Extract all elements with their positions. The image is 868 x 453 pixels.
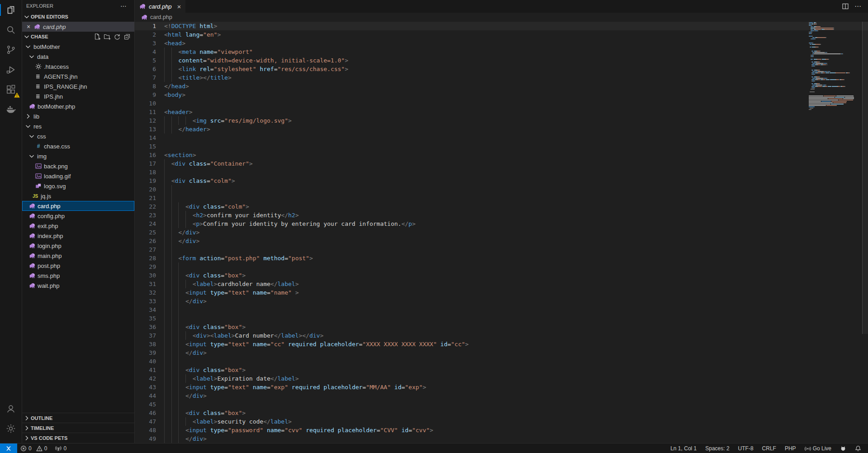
activity-search-button[interactable] <box>0 20 22 40</box>
line-number[interactable]: 32 <box>135 288 156 297</box>
tree-item-img[interactable]: img <box>22 151 134 161</box>
new-folder-icon[interactable] <box>104 33 111 40</box>
status-go-live[interactable]: Go Live <box>805 445 831 452</box>
split-editor-icon[interactable] <box>842 3 849 10</box>
collapse-all-icon[interactable] <box>123 33 131 40</box>
line-number[interactable]: 20 <box>135 185 156 194</box>
breadcrumb[interactable]: card.php <box>135 13 868 22</box>
status-eol[interactable]: CRLF <box>762 445 776 452</box>
tree-item-main.php[interactable]: main.php <box>22 251 134 261</box>
line-number[interactable]: 26 <box>135 237 156 245</box>
tree-item-chase.css[interactable]: #chase.css <box>22 141 134 151</box>
tree-item-card.php[interactable]: card.php <box>22 201 134 211</box>
line-number[interactable]: 29 <box>135 262 156 271</box>
tree-item-logo.svg[interactable]: logo.svg <box>22 181 134 191</box>
line-number[interactable]: 40 <box>135 357 156 366</box>
line-number[interactable]: 28 <box>135 254 156 262</box>
tree-item-index.php[interactable]: index.php <box>22 231 134 241</box>
code-line-46[interactable]: 46 <div class="box"> <box>135 409 868 417</box>
activity-account-button[interactable] <box>0 399 22 419</box>
code-line-27[interactable]: 27 <box>135 245 868 254</box>
code-line-16[interactable]: 16<section> <box>135 151 868 159</box>
tree-item-IPS.jhn[interactable]: IPS.jhn <box>22 91 134 101</box>
code-line-42[interactable]: 42 <label>Expiration date</label> <box>135 374 868 383</box>
code-line-2[interactable]: 2<html lang="en"> <box>135 30 868 39</box>
code-line-12[interactable]: 12 <img src="res/img/logo.svg"> <box>135 116 868 125</box>
line-number[interactable]: 14 <box>135 134 156 142</box>
line-number[interactable]: 48 <box>135 426 156 434</box>
line-number[interactable]: 5 <box>135 56 156 65</box>
code-line-6[interactable]: 6 <link rel="stylesheet" href="res/css/c… <box>135 65 868 73</box>
activity-docker-button[interactable] <box>0 100 22 119</box>
line-number[interactable]: 9 <box>135 91 156 99</box>
tree-item-login.php[interactable]: login.php <box>22 241 134 251</box>
minimap[interactable] <box>809 22 862 443</box>
editor-more-actions-icon[interactable]: ⋯ <box>854 2 862 10</box>
code-line-8[interactable]: 8</head> <box>135 82 868 91</box>
line-number[interactable]: 19 <box>135 176 156 185</box>
status-ports[interactable]: 0 <box>55 445 66 452</box>
tree-item-jq.js[interactable]: JSjq.js <box>22 191 134 201</box>
line-number[interactable]: 39 <box>135 348 156 357</box>
line-number[interactable]: 18 <box>135 168 156 176</box>
tree-item-post.php[interactable]: post.php <box>22 261 134 271</box>
code-line-5[interactable]: 5 content="width=device-width, initial-s… <box>135 56 868 65</box>
line-number[interactable]: 42 <box>135 374 156 383</box>
open-editor-card.php[interactable]: ×card.php <box>22 22 134 32</box>
activity-run-debug-button[interactable] <box>0 60 22 80</box>
status-cursor-position[interactable]: Ln 1, Col 1 <box>670 445 697 452</box>
code-line-40[interactable]: 40 <box>135 357 868 366</box>
close-editor-icon[interactable]: × <box>25 23 32 30</box>
tree-item-data[interactable]: data <box>22 52 134 62</box>
tree-item-IPS_RANGE.jhn[interactable]: IPS_RANGE.jhn <box>22 81 134 91</box>
line-number[interactable]: 4 <box>135 48 156 56</box>
line-number[interactable]: 21 <box>135 194 156 202</box>
code-line-48[interactable]: 48 <input type="password" name="cvv" req… <box>135 426 868 434</box>
tree-item-config.php[interactable]: config.php <box>22 211 134 221</box>
section-timeline[interactable]: TIMELINE <box>22 423 134 433</box>
line-number[interactable]: 31 <box>135 280 156 288</box>
line-number[interactable]: 49 <box>135 434 156 443</box>
line-number[interactable]: 13 <box>135 125 156 134</box>
code-line-39[interactable]: 39 </div> <box>135 348 868 357</box>
line-number[interactable]: 35 <box>135 314 156 323</box>
line-number[interactable]: 37 <box>135 331 156 340</box>
code-line-23[interactable]: 23 <h2>confirm your identity</h2> <box>135 211 868 219</box>
code-line-49[interactable]: 49 </div> <box>135 434 868 443</box>
code-line-44[interactable]: 44 </div> <box>135 391 868 400</box>
line-number[interactable]: 1 <box>135 22 156 30</box>
code-line-11[interactable]: 11<header> <box>135 108 868 116</box>
explorer-more-icon[interactable]: ⋯ <box>120 0 127 12</box>
line-number[interactable]: 12 <box>135 116 156 125</box>
line-number[interactable]: 2 <box>135 30 156 39</box>
tree-item-.htaccess[interactable]: .htaccess <box>22 62 134 72</box>
line-number[interactable]: 7 <box>135 73 156 82</box>
section-vs-code-pets[interactable]: VS CODE PETS <box>22 433 134 443</box>
code-line-15[interactable]: 15 <box>135 142 868 151</box>
line-number[interactable]: 23 <box>135 211 156 219</box>
tab-card-php[interactable]: card.php × <box>135 0 185 13</box>
code-line-3[interactable]: 3<head> <box>135 39 868 48</box>
status-notifications[interactable] <box>855 445 861 452</box>
status-encoding[interactable]: UTF-8 <box>738 445 754 452</box>
line-number[interactable]: 33 <box>135 297 156 305</box>
activity-explorer-button[interactable] <box>0 0 22 20</box>
tree-item-botMother.php[interactable]: botMother.php <box>22 101 134 111</box>
line-number[interactable]: 27 <box>135 245 156 254</box>
code-line-17[interactable]: 17 <div class="Container"> <box>135 159 868 168</box>
code-line-19[interactable]: 19 <div class="colm"> <box>135 176 868 185</box>
code-line-20[interactable]: 20 <box>135 185 868 194</box>
code-line-4[interactable]: 4 <meta name="viewport" <box>135 48 868 56</box>
code-line-38[interactable]: 38 <input type="text" name="cc" required… <box>135 340 868 348</box>
line-number[interactable]: 30 <box>135 271 156 280</box>
code-line-30[interactable]: 30 <div class="box"> <box>135 271 868 280</box>
code-line-21[interactable]: 21 <box>135 194 868 202</box>
code-line-14[interactable]: 14 <box>135 134 868 142</box>
section-outline[interactable]: OUTLINE <box>22 413 134 423</box>
tab-close-icon[interactable]: × <box>177 3 181 10</box>
status-pets[interactable] <box>840 445 846 452</box>
activity-source-control-button[interactable] <box>0 40 22 60</box>
tree-item-back.png[interactable]: back.png <box>22 161 134 171</box>
code-line-25[interactable]: 25 </div> <box>135 228 868 237</box>
code-line-45[interactable]: 45 <box>135 400 868 409</box>
